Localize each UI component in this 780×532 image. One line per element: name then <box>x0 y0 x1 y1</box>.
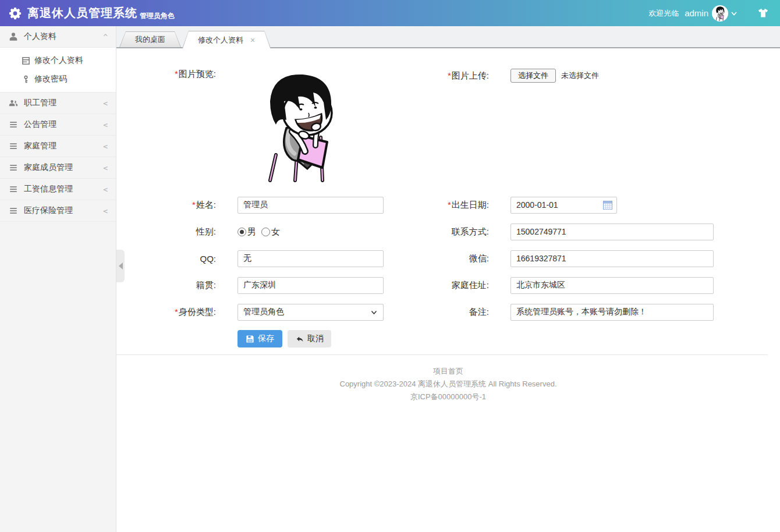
home-link[interactable]: 项目首页 <box>433 367 463 375</box>
list-icon <box>9 163 18 172</box>
list-icon <box>9 141 18 151</box>
sidebar-item-label: 个人资料 <box>24 31 56 42</box>
tab-desktop[interactable]: 我的桌面 <box>119 31 181 47</box>
chevron-left-icon: < <box>103 142 108 151</box>
username-text: admin <box>685 8 708 18</box>
cancel-button[interactable]: 取消 <box>288 330 331 347</box>
sidebar-item-label: 医疗保险管理 <box>24 205 73 216</box>
sidebar-item-medical[interactable]: 医疗保险管理< <box>0 200 116 222</box>
tab-label: 我的桌面 <box>135 34 165 45</box>
phone-label: 联系方式: <box>384 226 510 237</box>
qq-label: QQ: <box>116 254 237 264</box>
remark-input[interactable] <box>510 304 714 321</box>
save-icon <box>246 335 254 343</box>
sidebar-item-family[interactable]: 家庭管理< <box>0 136 116 157</box>
sidebar-subitem-change-password[interactable]: 修改密码 <box>0 70 116 88</box>
sidebar-item-label: 职工管理 <box>24 98 56 108</box>
wechat-input[interactable] <box>510 250 714 267</box>
qq-input[interactable] <box>237 250 384 267</box>
chevron-left-icon: < <box>103 120 108 129</box>
chevron-left-icon: < <box>103 99 108 108</box>
save-button[interactable]: 保存 <box>237 330 282 347</box>
gender-radio-group: 男 女 <box>237 226 384 237</box>
sidebar-item-label: 公告管理 <box>24 119 56 130</box>
gender-female-label: 女 <box>271 226 280 237</box>
main-area: 我的桌面修改个人资料× *图片预览: *图片上传: 选择文件 未选择文件 <box>116 26 780 532</box>
sidebar: 个人资料^修改个人资料修改密码职工管理<公告管理<家庭管理<家庭成员管理<工资信… <box>0 26 116 532</box>
form-icon <box>22 56 30 65</box>
content-area: *图片预览: *图片上传: 选择文件 未选择文件 *姓名: <box>116 48 780 532</box>
calendar-icon[interactable] <box>603 201 612 210</box>
user-icon <box>9 32 18 41</box>
sidebar-item-profile[interactable]: 个人资料^ <box>0 26 116 48</box>
page-footer: 项目首页 Copyright ©2023-2024 离退休人员管理系统 All … <box>116 355 780 403</box>
app-title: 离退休人员管理系统 <box>27 5 137 21</box>
chevron-left-icon: < <box>103 207 108 215</box>
address-input[interactable] <box>510 277 714 294</box>
sidebar-subitem-edit-profile[interactable]: 修改个人资料 <box>0 51 116 70</box>
form-buttons: 保存 取消 <box>237 330 384 347</box>
role-subtitle: 管理员角色 <box>140 11 175 21</box>
sidebar-item-label: 家庭成员管理 <box>24 162 73 173</box>
gender-label: 性别: <box>116 226 237 237</box>
birth-date-input[interactable]: 2000-01-01 <box>510 197 617 214</box>
undo-icon <box>295 335 304 343</box>
select-chevron-icon <box>371 309 377 315</box>
upload-label: *图片上传: <box>384 69 510 81</box>
identity-label: *身份类型: <box>116 307 237 318</box>
collapse-arrow-icon <box>119 263 123 269</box>
sidebar-item-family-member[interactable]: 家庭成员管理< <box>0 157 116 179</box>
tab-edit-profile[interactable]: 修改个人资料× <box>182 31 271 48</box>
sidebar-collapse-handle[interactable] <box>116 250 125 282</box>
sidebar-item-notice[interactable]: 公告管理< <box>0 114 116 136</box>
sidebar-item-staff[interactable]: 职工管理< <box>0 93 116 114</box>
profile-form: *图片预览: *图片上传: 选择文件 未选择文件 *姓名: <box>116 48 780 352</box>
birth-label: *出生日期: <box>384 200 510 211</box>
name-label: *姓名: <box>116 200 237 211</box>
preview-image-cell <box>237 69 384 182</box>
users-icon <box>9 98 18 108</box>
user-avatar[interactable] <box>712 5 728 22</box>
hometown-label: 籍贯: <box>116 280 237 291</box>
chevron-up-icon: ^ <box>103 33 108 41</box>
chevron-left-icon: < <box>103 185 108 194</box>
sidebar-subitem-label: 修改个人资料 <box>34 55 83 66</box>
gender-male-label: 男 <box>247 226 256 237</box>
sidebar-subitem-label: 修改密码 <box>34 74 67 84</box>
remark-label: 备注: <box>384 307 510 318</box>
name-input[interactable] <box>237 197 384 214</box>
list-icon <box>9 206 18 215</box>
icp-text: 京ICP备00000000号-1 <box>116 391 780 403</box>
chevron-left-icon: < <box>103 164 108 172</box>
theme-tshirt-icon[interactable] <box>757 7 770 20</box>
identity-select[interactable]: 管理员角色 <box>237 304 384 321</box>
choose-file-button[interactable]: 选择文件 <box>510 69 556 83</box>
sidebar-menu: 个人资料^修改个人资料修改密码职工管理<公告管理<家庭管理<家庭成员管理<工资信… <box>0 26 116 222</box>
list-icon <box>9 120 18 129</box>
gear-icon <box>8 6 22 20</box>
chevron-down-icon[interactable] <box>730 9 738 17</box>
app-header: 离退休人员管理系统 管理员角色 欢迎光临 admin <box>0 0 780 26</box>
hometown-input[interactable] <box>237 277 384 294</box>
list-icon <box>9 185 18 194</box>
file-input: 选择文件 未选择文件 <box>510 69 780 83</box>
sidebar-item-salary[interactable]: 工资信息管理< <box>0 179 116 200</box>
preview-image <box>262 69 338 182</box>
phone-input[interactable] <box>510 224 714 240</box>
tab-label: 修改个人资料 <box>198 35 243 45</box>
tab-bar: 我的桌面修改个人资料× <box>116 26 780 48</box>
key-icon <box>22 75 30 84</box>
file-status-text: 未选择文件 <box>561 70 599 81</box>
preview-label: *图片预览: <box>116 69 237 80</box>
gender-radio-female[interactable] <box>261 228 270 236</box>
wechat-label: 微信: <box>384 253 510 264</box>
sidebar-item-label: 家庭管理 <box>24 141 56 151</box>
copyright-text: Copyright ©2023-2024 离退休人员管理系统 All Right… <box>116 378 780 391</box>
welcome-text: 欢迎光临 <box>648 8 679 19</box>
gender-radio-male[interactable] <box>237 228 246 236</box>
address-label: 家庭住址: <box>384 280 510 291</box>
sidebar-submenu: 修改个人资料修改密码 <box>0 48 116 93</box>
sidebar-item-label: 工资信息管理 <box>24 184 73 194</box>
tab-close-icon[interactable]: × <box>250 36 255 44</box>
